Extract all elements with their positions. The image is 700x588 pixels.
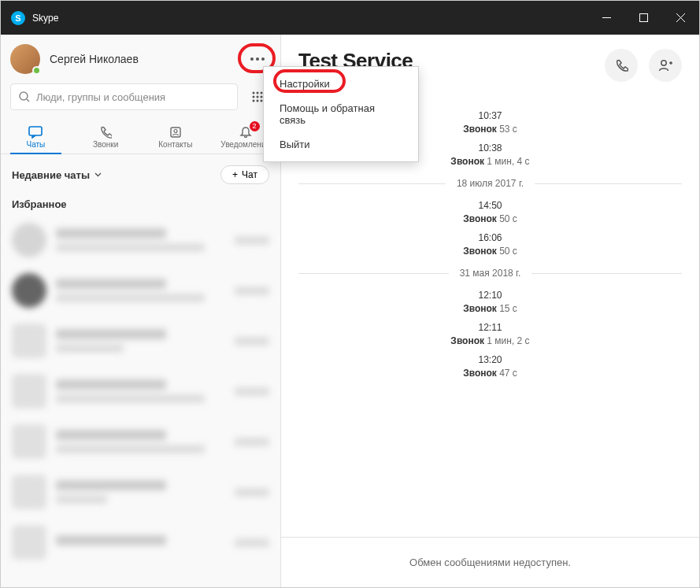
list-item[interactable] [1,265,280,316]
list-item[interactable] [1,467,280,517]
titlebar: S Skype [1,1,699,35]
list-item[interactable] [1,215,280,265]
plus-icon: + [232,169,238,180]
list-item[interactable] [1,517,280,568]
chevron-down-icon [94,172,102,177]
phone-icon [99,126,112,139]
window-minimize-button[interactable] [588,1,625,35]
contacts-icon [169,126,182,139]
chat-icon [28,126,43,139]
search-placeholder: Люди, группы и сообщения [36,91,165,103]
list-item[interactable] [1,366,280,416]
window-close-button[interactable] [662,1,699,35]
date-divider: 18 июля 2017 г. [298,178,682,189]
recent-chats-dropdown[interactable]: Недавние чаты [12,169,102,181]
phone-icon [614,58,628,72]
svg-point-6 [261,57,265,61]
svg-point-13 [257,96,259,98]
date-divider: 31 мая 2018 г. [298,268,682,279]
window-title: Skype [32,13,58,24]
notifications-badge: 2 [250,121,260,131]
tab-contacts-label: Контакты [158,140,192,149]
svg-point-9 [253,92,255,94]
profile-name[interactable]: Сергей Николаев [50,53,139,65]
menu-settings[interactable]: Настройки [264,72,418,96]
call-button[interactable] [605,49,638,82]
messaging-unavailable: Обмен сообщениями недоступен. [281,537,699,587]
new-chat-button[interactable]: + Чат [220,165,269,184]
presence-indicator [32,66,41,75]
call-event: 14:50Звонок 50 с [281,200,699,224]
add-person-icon [657,58,673,72]
dialpad-icon [251,91,264,103]
more-icon [250,57,265,61]
menu-signout[interactable]: Выйти [264,132,418,157]
search-icon [19,91,30,102]
call-event: 13:20Звонок 47 с [281,354,699,379]
svg-line-8 [27,99,29,102]
recent-chats-label: Недавние чаты [12,169,90,181]
call-event: 12:11Звонок 1 мин, 2 с [281,322,699,346]
svg-rect-18 [29,127,42,135]
svg-point-10 [257,92,259,94]
call-event: 16:06Звонок 50 с [281,232,699,257]
search-input[interactable]: Люди, группы и сообщения [10,83,238,110]
window-maximize-button[interactable] [625,1,662,35]
svg-rect-1 [640,14,648,22]
svg-point-12 [253,96,255,98]
favorites-heading: Избранное [1,190,280,215]
svg-point-4 [250,57,254,61]
svg-point-7 [20,92,28,100]
list-item[interactable] [1,416,280,467]
tab-contacts[interactable]: Контакты [141,118,211,153]
tab-calls[interactable]: Звонки [71,118,141,153]
list-item[interactable] [1,316,280,366]
call-event: 12:10Звонок 15 с [281,290,699,314]
skype-icon: S [11,11,25,25]
svg-point-20 [174,130,177,133]
svg-point-5 [256,57,259,61]
tab-chats[interactable]: Чаты [1,118,71,153]
svg-point-16 [257,100,259,102]
add-person-button[interactable] [649,49,682,82]
more-dropdown-menu: Настройки Помощь и обратная связь Выйти [263,66,419,162]
tab-chats-label: Чаты [26,140,45,149]
avatar[interactable] [10,44,40,74]
new-chat-label: Чат [242,169,257,180]
sidebar: Сергей Николаев Люди, группы и сообщения [1,35,281,587]
chat-list[interactable] [1,215,280,587]
menu-help[interactable]: Помощь и обратная связь [264,96,418,132]
call-history[interactable]: 10:37Звонок 53 с10:38Звонок 1 мин, 4 с18… [281,96,699,537]
svg-point-23 [661,61,666,65]
svg-point-15 [253,100,255,102]
tab-calls-label: Звонки [93,140,118,149]
